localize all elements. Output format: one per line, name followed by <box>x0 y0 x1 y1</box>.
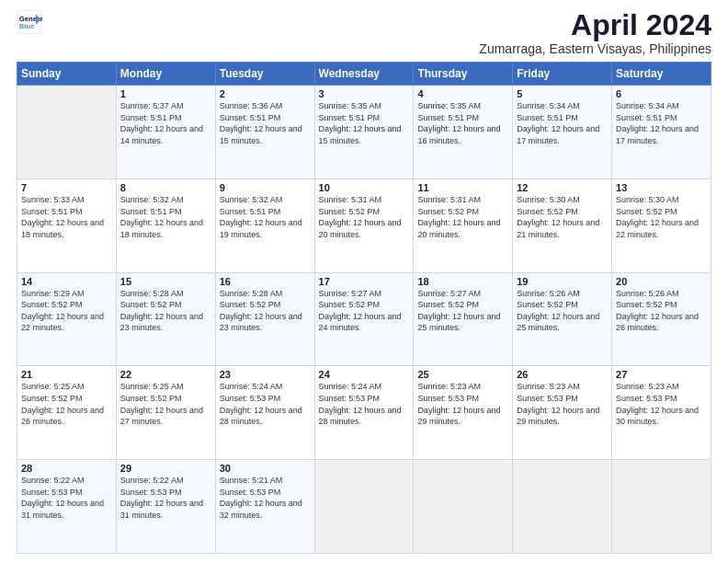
day-number: 3 <box>319 88 410 99</box>
calendar-cell: 29Sunrise: 5:22 AMSunset: 5:53 PMDayligh… <box>116 460 215 554</box>
calendar-cell: 24Sunrise: 5:24 AMSunset: 5:53 PMDayligh… <box>314 366 414 460</box>
day-number: 22 <box>120 369 211 380</box>
calendar-cell: 18Sunrise: 5:27 AMSunset: 5:52 PMDayligh… <box>414 272 513 366</box>
day-number: 25 <box>417 369 508 380</box>
calendar-cell: 11Sunrise: 5:31 AMSunset: 5:52 PMDayligh… <box>414 178 513 272</box>
col-header-thursday: Thursday <box>414 63 513 86</box>
cell-info: Sunrise: 5:23 AMSunset: 5:53 PMDaylight:… <box>417 381 508 427</box>
cell-info: Sunrise: 5:34 AMSunset: 5:51 PMDaylight:… <box>616 100 707 146</box>
day-number: 15 <box>120 276 211 287</box>
cell-info: Sunrise: 5:35 AMSunset: 5:51 PMDaylight:… <box>417 100 508 146</box>
calendar-cell <box>17 86 117 179</box>
calendar-cell: 10Sunrise: 5:31 AMSunset: 5:52 PMDayligh… <box>314 178 414 272</box>
calendar-table: SundayMondayTuesdayWednesdayThursdayFrid… <box>17 62 711 554</box>
calendar-cell: 16Sunrise: 5:28 AMSunset: 5:52 PMDayligh… <box>215 272 314 366</box>
cell-info: Sunrise: 5:26 AMSunset: 5:52 PMDaylight:… <box>517 288 608 334</box>
calendar-cell: 8Sunrise: 5:32 AMSunset: 5:51 PMDaylight… <box>116 178 215 272</box>
calendar-cell: 30Sunrise: 5:21 AMSunset: 5:53 PMDayligh… <box>215 460 314 554</box>
calendar-cell: 22Sunrise: 5:25 AMSunset: 5:52 PMDayligh… <box>116 366 215 460</box>
day-number: 18 <box>417 276 508 287</box>
day-number: 2 <box>220 88 311 99</box>
cell-info: Sunrise: 5:34 AMSunset: 5:51 PMDaylight:… <box>517 100 608 146</box>
day-number: 21 <box>21 369 112 380</box>
cell-info: Sunrise: 5:21 AMSunset: 5:53 PMDaylight:… <box>220 475 311 521</box>
main-title: April 2024 <box>479 9 711 41</box>
calendar-cell: 17Sunrise: 5:27 AMSunset: 5:52 PMDayligh… <box>314 272 414 366</box>
day-number: 13 <box>616 182 707 193</box>
cell-info: Sunrise: 5:25 AMSunset: 5:52 PMDaylight:… <box>120 381 211 427</box>
day-number: 16 <box>220 276 311 287</box>
calendar-row-4: 21Sunrise: 5:25 AMSunset: 5:52 PMDayligh… <box>17 366 711 460</box>
calendar-cell: 21Sunrise: 5:25 AMSunset: 5:52 PMDayligh… <box>17 366 117 460</box>
calendar-cell: 20Sunrise: 5:26 AMSunset: 5:52 PMDayligh… <box>612 272 711 366</box>
col-header-wednesday: Wednesday <box>314 63 414 86</box>
cell-info: Sunrise: 5:37 AMSunset: 5:51 PMDaylight:… <box>120 100 211 146</box>
day-number: 26 <box>517 369 608 380</box>
cell-info: Sunrise: 5:24 AMSunset: 5:53 PMDaylight:… <box>319 381 410 427</box>
svg-text:Blue: Blue <box>19 22 35 30</box>
calendar-cell: 14Sunrise: 5:29 AMSunset: 5:52 PMDayligh… <box>17 272 117 366</box>
subtitle: Zumarraga, Eastern Visayas, Philippines <box>479 41 711 56</box>
cell-info: Sunrise: 5:23 AMSunset: 5:53 PMDaylight:… <box>517 381 608 427</box>
cell-info: Sunrise: 5:32 AMSunset: 5:51 PMDaylight:… <box>220 194 311 240</box>
col-header-friday: Friday <box>513 63 612 86</box>
calendar-cell: 1Sunrise: 5:37 AMSunset: 5:51 PMDaylight… <box>116 86 215 179</box>
day-number: 11 <box>417 182 508 193</box>
day-number: 1 <box>120 88 211 99</box>
col-header-tuesday: Tuesday <box>215 63 314 86</box>
cell-info: Sunrise: 5:29 AMSunset: 5:52 PMDaylight:… <box>21 288 112 334</box>
cell-info: Sunrise: 5:27 AMSunset: 5:52 PMDaylight:… <box>417 288 508 334</box>
cell-info: Sunrise: 5:31 AMSunset: 5:52 PMDaylight:… <box>417 194 508 240</box>
col-header-sunday: Sunday <box>17 63 117 86</box>
day-number: 19 <box>517 276 608 287</box>
header-row: SundayMondayTuesdayWednesdayThursdayFrid… <box>17 63 711 86</box>
day-number: 5 <box>517 88 608 99</box>
day-number: 7 <box>21 182 112 193</box>
calendar-cell: 13Sunrise: 5:30 AMSunset: 5:52 PMDayligh… <box>612 178 711 272</box>
calendar-cell: 2Sunrise: 5:36 AMSunset: 5:51 PMDaylight… <box>215 86 314 179</box>
calendar-cell <box>513 460 612 554</box>
day-number: 23 <box>220 369 311 380</box>
calendar-cell <box>612 460 711 554</box>
day-number: 29 <box>120 463 211 474</box>
cell-info: Sunrise: 5:30 AMSunset: 5:52 PMDaylight:… <box>616 194 707 240</box>
cell-info: Sunrise: 5:31 AMSunset: 5:52 PMDaylight:… <box>319 194 410 240</box>
calendar-row-3: 14Sunrise: 5:29 AMSunset: 5:52 PMDayligh… <box>17 272 711 366</box>
calendar-row-1: 1Sunrise: 5:37 AMSunset: 5:51 PMDaylight… <box>17 86 711 179</box>
calendar-cell: 5Sunrise: 5:34 AMSunset: 5:51 PMDaylight… <box>513 86 612 179</box>
calendar-cell: 25Sunrise: 5:23 AMSunset: 5:53 PMDayligh… <box>414 366 513 460</box>
day-number: 6 <box>616 88 707 99</box>
day-number: 12 <box>517 182 608 193</box>
calendar-cell: 6Sunrise: 5:34 AMSunset: 5:51 PMDaylight… <box>612 86 711 179</box>
calendar-cell: 28Sunrise: 5:22 AMSunset: 5:53 PMDayligh… <box>17 460 117 554</box>
page: General Blue April 2024 Zumarraga, Easte… <box>0 0 728 563</box>
col-header-monday: Monday <box>116 63 215 86</box>
calendar-cell: 19Sunrise: 5:26 AMSunset: 5:52 PMDayligh… <box>513 272 612 366</box>
calendar-cell: 23Sunrise: 5:24 AMSunset: 5:53 PMDayligh… <box>215 366 314 460</box>
day-number: 27 <box>616 369 707 380</box>
day-number: 20 <box>616 276 707 287</box>
day-number: 8 <box>120 182 211 193</box>
day-number: 9 <box>220 182 311 193</box>
title-block: April 2024 Zumarraga, Eastern Visayas, P… <box>479 9 711 56</box>
calendar-row-2: 7Sunrise: 5:33 AMSunset: 5:51 PMDaylight… <box>17 178 711 272</box>
day-number: 30 <box>220 463 311 474</box>
cell-info: Sunrise: 5:35 AMSunset: 5:51 PMDaylight:… <box>319 100 410 146</box>
day-number: 24 <box>319 369 410 380</box>
calendar-cell <box>314 460 414 554</box>
calendar-cell: 27Sunrise: 5:23 AMSunset: 5:53 PMDayligh… <box>612 366 711 460</box>
calendar-cell: 12Sunrise: 5:30 AMSunset: 5:52 PMDayligh… <box>513 178 612 272</box>
calendar-cell: 15Sunrise: 5:28 AMSunset: 5:52 PMDayligh… <box>116 272 215 366</box>
logo: General Blue <box>17 9 42 35</box>
cell-info: Sunrise: 5:23 AMSunset: 5:53 PMDaylight:… <box>616 381 707 427</box>
header: General Blue April 2024 Zumarraga, Easte… <box>17 9 711 56</box>
calendar-row-5: 28Sunrise: 5:22 AMSunset: 5:53 PMDayligh… <box>17 460 711 554</box>
cell-info: Sunrise: 5:32 AMSunset: 5:51 PMDaylight:… <box>120 194 211 240</box>
calendar-cell <box>414 460 513 554</box>
day-number: 17 <box>319 276 410 287</box>
day-number: 14 <box>21 276 112 287</box>
calendar-cell: 26Sunrise: 5:23 AMSunset: 5:53 PMDayligh… <box>513 366 612 460</box>
logo-icon: General Blue <box>17 9 42 35</box>
day-number: 4 <box>417 88 508 99</box>
cell-info: Sunrise: 5:28 AMSunset: 5:52 PMDaylight:… <box>120 288 211 334</box>
